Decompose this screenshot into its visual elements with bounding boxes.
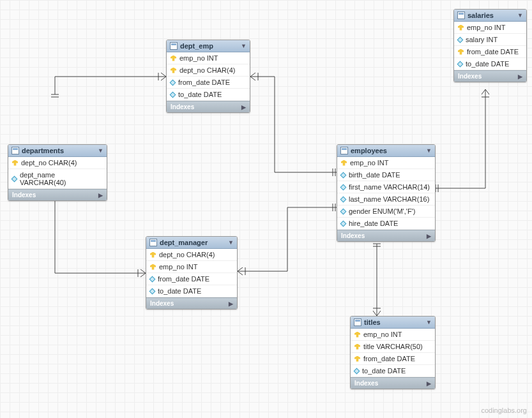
column-row[interactable]: emp_no INT	[167, 52, 250, 64]
table-title: departments	[22, 147, 95, 154]
table-dept-manager[interactable]: dept_manager ▼ dept_no CHAR(4) emp_no IN…	[146, 236, 238, 310]
table-employees[interactable]: employees ▼ emp_no INT birth_date DATE f…	[337, 144, 436, 242]
key-icon	[341, 160, 347, 166]
column-text: from_date DATE	[363, 355, 415, 362]
key-icon	[171, 56, 176, 61]
indexes-label: Indexes	[150, 300, 174, 307]
indexes-section[interactable]: Indexes▶	[454, 70, 526, 82]
table-departments[interactable]: departments ▼ dept_no CHAR(4) dept_name …	[8, 144, 107, 201]
column-text: to_date DATE	[362, 367, 406, 375]
column-text: to_date DATE	[178, 91, 222, 98]
indexes-label: Indexes	[458, 73, 482, 80]
table-icon	[340, 147, 348, 154]
chevron-right-icon: ▶	[518, 73, 522, 80]
table-title: dept_manager	[160, 239, 225, 246]
column-row[interactable]: dept_name VARCHAR(40)	[8, 169, 107, 189]
indexes-section[interactable]: Indexes▶	[146, 297, 237, 309]
indexes-section[interactable]: Indexes▶	[337, 230, 435, 241]
key-icon	[150, 252, 156, 258]
diamond-icon	[11, 175, 18, 182]
column-text: emp_no INT	[467, 24, 506, 31]
chevron-down-icon: ▼	[426, 319, 432, 325]
column-row[interactable]: hire_date DATE	[337, 218, 435, 230]
column-row[interactable]: emp_no INT	[337, 157, 435, 169]
column-row[interactable]: dept_no CHAR(4)	[167, 64, 250, 77]
table-title: employees	[351, 147, 423, 154]
column-row[interactable]: to_date DATE	[351, 365, 435, 377]
table-header-titles[interactable]: titles ▼	[351, 317, 435, 329]
table-titles[interactable]: titles ▼ emp_no INT title VARCHAR(50) fr…	[350, 316, 436, 389]
table-icon	[149, 239, 157, 246]
chevron-down-icon: ▼	[517, 12, 523, 19]
column-row[interactable]: to_date DATE	[167, 89, 250, 101]
table-icon	[457, 11, 465, 19]
column-row[interactable]: title VARCHAR(50)	[351, 341, 435, 353]
column-row[interactable]: from_date DATE	[146, 273, 237, 285]
column-text: emp_no INT	[363, 331, 402, 338]
column-row[interactable]: from_date DATE	[351, 353, 435, 365]
key-icon	[458, 49, 464, 55]
column-row[interactable]: gender ENUM('M','F')	[337, 205, 435, 218]
column-text: emp_no INT	[179, 54, 218, 62]
chevron-right-icon: ▶	[241, 104, 246, 110]
column-text: dept_no CHAR(4)	[179, 66, 235, 74]
column-text: dept_name VARCHAR(40)	[20, 171, 103, 186]
column-text: emp_no INT	[350, 159, 389, 167]
column-row[interactable]: emp_no INT	[454, 22, 526, 34]
table-header-dept-emp[interactable]: dept_emp ▼	[167, 40, 250, 52]
diamond-icon	[354, 368, 360, 374]
indexes-label: Indexes	[12, 191, 36, 198]
table-title: titles	[364, 318, 423, 326]
table-header-employees[interactable]: employees ▼	[337, 145, 435, 157]
column-row[interactable]: last_name VARCHAR(16)	[337, 193, 435, 205]
column-row[interactable]: first_name VARCHAR(14)	[337, 181, 435, 193]
column-row[interactable]: emp_no INT	[146, 261, 237, 273]
table-salaries[interactable]: salaries ▼ emp_no INT salary INT from_da…	[453, 9, 527, 82]
chevron-down-icon: ▼	[426, 147, 432, 154]
diamond-icon	[340, 220, 347, 227]
chevron-down-icon: ▼	[98, 147, 103, 154]
table-title: salaries	[467, 11, 515, 19]
diagram-canvas: departments ▼ dept_no CHAR(4) dept_name …	[0, 0, 532, 418]
table-header-salaries[interactable]: salaries ▼	[454, 10, 526, 22]
column-text: to_date DATE	[466, 60, 509, 68]
diamond-icon	[457, 61, 464, 67]
key-icon	[150, 264, 156, 270]
column-row[interactable]: dept_no CHAR(4)	[8, 157, 107, 169]
key-icon	[354, 356, 360, 362]
key-icon	[354, 332, 360, 338]
table-header-dept-manager[interactable]: dept_manager ▼	[146, 237, 237, 249]
column-row[interactable]: to_date DATE	[454, 58, 526, 70]
indexes-label: Indexes	[341, 232, 365, 239]
column-row[interactable]: dept_no CHAR(4)	[146, 249, 237, 261]
indexes-section[interactable]: Indexes▶	[351, 377, 435, 389]
key-icon	[12, 160, 18, 166]
column-text: first_name VARCHAR(14)	[349, 183, 430, 191]
diamond-icon	[457, 36, 464, 43]
column-row[interactable]: from_date DATE	[167, 77, 250, 89]
watermark-text: codinglabs.org	[481, 407, 527, 414]
table-header-departments[interactable]: departments ▼	[8, 145, 107, 157]
column-row[interactable]: emp_no INT	[351, 329, 435, 341]
key-icon	[458, 25, 464, 31]
column-row[interactable]: to_date DATE	[146, 285, 237, 297]
column-row[interactable]: salary INT	[454, 34, 526, 46]
column-row[interactable]: from_date DATE	[454, 46, 526, 58]
column-row[interactable]: birth_date DATE	[337, 169, 435, 181]
table-icon	[354, 318, 361, 326]
table-icon	[170, 42, 178, 50]
chevron-down-icon: ▼	[241, 43, 247, 49]
chevron-right-icon: ▶	[427, 380, 431, 387]
column-text: hire_date DATE	[349, 220, 398, 227]
column-text: dept_no CHAR(4)	[159, 251, 215, 258]
table-dept-emp[interactable]: dept_emp ▼ emp_no INT dept_no CHAR(4) fr…	[166, 40, 250, 113]
column-text: from_date DATE	[178, 78, 230, 86]
table-icon	[11, 147, 19, 154]
column-text: title VARCHAR(50)	[363, 343, 423, 350]
column-text: salary INT	[466, 36, 498, 43]
diamond-icon	[170, 91, 176, 98]
diamond-icon	[149, 288, 156, 294]
indexes-section[interactable]: Indexes▶	[8, 189, 107, 200]
diamond-icon	[340, 172, 347, 178]
indexes-section[interactable]: Indexes▶	[167, 101, 250, 112]
